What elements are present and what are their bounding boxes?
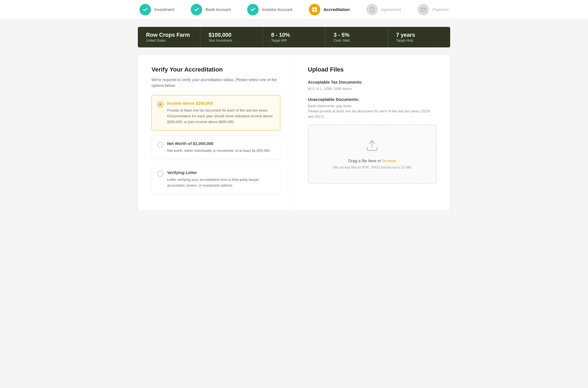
- verify-description: We're required to verify your accreditat…: [152, 77, 280, 89]
- browse-link[interactable]: Browse: [382, 158, 396, 163]
- step-bank-account[interactable]: Bank Account: [182, 4, 239, 15]
- svg-rect-3: [315, 10, 316, 12]
- step-label-investment: Investment: [154, 7, 174, 12]
- option-income[interactable]: Income above $200,000 Provide at least o…: [152, 95, 280, 130]
- banner-item-yield: 3 - 5% Cash Yield: [326, 27, 388, 47]
- acceptable-docs-desc: W-2, K-1, 1099, 1040 forms: [308, 86, 437, 92]
- svg-rect-1: [315, 7, 316, 9]
- step-icon-bank-account: [191, 4, 202, 15]
- option-income-title: Income above $200,000: [167, 101, 275, 105]
- option-net-worth-title: Net Worth of $1,000,000: [167, 141, 270, 146]
- step-agreement[interactable]: Agreement: [358, 4, 409, 15]
- step-icon-investment: [139, 4, 151, 15]
- option-net-worth-desc: Net worth, either individually or househ…: [167, 148, 270, 154]
- svg-rect-4: [421, 8, 426, 11]
- option-income-desc: Provide at least one tax document for ea…: [167, 108, 275, 125]
- radio-net-worth[interactable]: [157, 142, 163, 148]
- step-payment[interactable]: Payment: [409, 4, 457, 15]
- banner-item-investment: $100,000 Your Investment: [200, 27, 263, 47]
- banner-item-hold: 7 years Target Hold: [388, 27, 450, 47]
- option-letter-desc: Letter verifying your accreditation from…: [167, 177, 275, 189]
- right-panel: Upload Files Acceptable Tax Documents: W…: [294, 55, 450, 210]
- banner-hold-value: 7 years: [396, 32, 442, 38]
- radio-verifying-letter[interactable]: [157, 171, 163, 177]
- step-icon-agreement: [366, 4, 378, 15]
- drag-label: Drag a file here or: [348, 158, 382, 163]
- banner-yield-label: Cash Yield: [334, 39, 379, 42]
- banner-farm-location: United States: [146, 39, 192, 42]
- unacceptable-docs-title: Unacceptable Documents:: [308, 97, 437, 102]
- verify-title: Verify Your Accreditation: [152, 66, 280, 73]
- step-label-bank-account: Bank Account: [205, 7, 231, 12]
- main-content: Verify Your Accreditation We're required…: [138, 55, 450, 210]
- radio-income[interactable]: [157, 101, 163, 107]
- upload-drag-text: Drag a file here or Browse: [317, 158, 428, 163]
- step-investor-account[interactable]: Investor Account: [239, 4, 301, 15]
- option-letter-title: Verifying Letter: [167, 170, 275, 175]
- upload-subtext: We accept files in PDF, JPEG format up t…: [317, 165, 428, 169]
- option-net-worth-content: Net Worth of $1,000,000 Net worth, eithe…: [167, 141, 270, 154]
- upload-icon: [317, 139, 428, 155]
- banner-yield-value: 3 - 5%: [334, 32, 379, 38]
- step-icon-investor-account: [247, 4, 259, 15]
- step-investment[interactable]: Investment: [131, 4, 182, 15]
- step-label-agreement: Agreement: [381, 7, 401, 12]
- step-icon-payment: [418, 4, 429, 15]
- radio-inner-income: [159, 103, 162, 106]
- banner-item-irr: 8 - 10% Target IRR: [263, 27, 325, 47]
- step-label-investor-account: Investor Account: [262, 7, 292, 12]
- step-label-payment: Payment: [432, 7, 449, 12]
- step-accreditation[interactable]: Accreditation: [301, 4, 358, 15]
- svg-rect-2: [312, 10, 314, 12]
- option-verifying-letter[interactable]: Verifying Letter Letter verifying your a…: [152, 164, 280, 194]
- investment-banner: Row Crops Farm United States $100,000 Yo…: [138, 27, 450, 47]
- banner-irr-value: 8 - 10%: [271, 32, 317, 38]
- left-panel: Verify Your Accreditation We're required…: [138, 55, 294, 210]
- banner-investment-label: Your Investment: [209, 39, 254, 42]
- option-income-content: Income above $200,000 Provide at least o…: [167, 101, 275, 125]
- upload-dropzone[interactable]: Drag a file here or Browse We accept fil…: [308, 125, 437, 184]
- stepper: Investment Bank Account Investor Account: [0, 0, 588, 19]
- option-net-worth[interactable]: Net Worth of $1,000,000 Net worth, eithe…: [152, 135, 280, 159]
- banner-irr-label: Target IRR: [271, 39, 317, 42]
- banner-item-farm: Row Crops Farm United States: [138, 27, 200, 47]
- banner-hold-label: Target Hold: [396, 39, 442, 42]
- acceptable-docs-title: Acceptable Tax Documents:: [308, 80, 437, 84]
- option-letter-content: Verifying Letter Letter verifying your a…: [167, 170, 275, 189]
- step-icon-accreditation: [309, 4, 320, 15]
- svg-rect-0: [312, 7, 314, 9]
- unacceptable-docs-desc: Bank statements, pay stubs Please provid…: [308, 103, 437, 119]
- banner-farm-name: Row Crops Farm: [146, 32, 192, 38]
- upload-title: Upload Files: [308, 66, 437, 73]
- banner-investment-value: $100,000: [209, 32, 254, 38]
- step-label-accreditation: Accreditation: [324, 7, 350, 12]
